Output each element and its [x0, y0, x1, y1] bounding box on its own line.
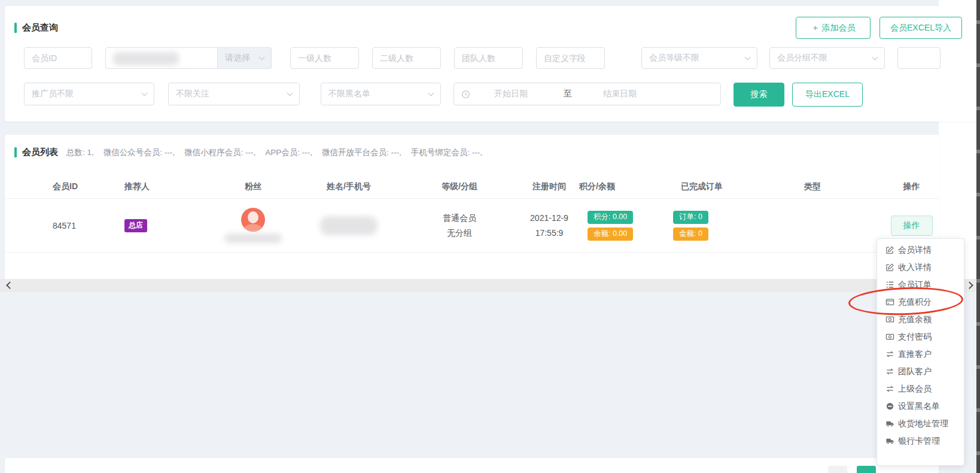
member-group-select[interactable]: 会员分组不限	[769, 47, 885, 69]
edit-icon	[885, 263, 894, 272]
table-row: 84571 总店 普通会员 无分组 2021-12-9 17:55:9 积分: …	[5, 199, 939, 253]
keyword-type-select-value: 请选择	[225, 53, 250, 63]
window-edge-sliver	[976, 0, 980, 473]
header-completed-orders: 已完成订单	[657, 181, 741, 192]
header-level-group: 等级/分组	[400, 181, 519, 192]
promoter-select[interactable]: 推广员不限	[24, 83, 154, 105]
member-level-select[interactable]: 会员等级不限	[641, 47, 757, 69]
member-list-card: 会员列表 总数: 1, 微信公众号会员: ---, 微信小程序会员: ---, …	[5, 135, 939, 280]
cell-member-id: 84571	[53, 199, 124, 252]
referrer-badge: 总店	[124, 219, 147, 232]
redacted-fan-name	[224, 234, 282, 243]
orders-badge: 订单: 0	[673, 211, 708, 224]
stat-open-platform: 微信开放平台会员: ---,	[322, 147, 401, 158]
chevron-down-icon	[872, 54, 878, 60]
chevron-down-icon	[259, 54, 265, 60]
chevron-down-icon	[142, 90, 148, 96]
section-accent-bar	[14, 23, 17, 33]
menu-item-bank-card[interactable]: 银行卡管理	[877, 432, 964, 450]
end-date-placeholder[interactable]: 结束日期	[603, 89, 637, 99]
search-button[interactable]: 搜索	[734, 83, 784, 107]
header-reg-time: 注册时间	[519, 181, 579, 192]
export-excel-button[interactable]: 导出EXCEL	[792, 83, 863, 107]
horizontal-scrollbar[interactable]	[0, 279, 976, 292]
menu-item-set-blacklist[interactable]: 设置黑名单	[877, 398, 964, 415]
follow-select[interactable]: 不限关注	[168, 83, 300, 105]
pagination-button-green[interactable]	[857, 466, 876, 473]
menu-item-team-customers[interactable]: 团队客户	[877, 363, 964, 380]
list-section-header: 会员列表	[14, 147, 58, 158]
menu-item-shipping-address[interactable]: 收货地址管理	[877, 415, 964, 432]
truck-icon	[885, 419, 894, 428]
list-section-title: 会员列表	[22, 147, 58, 158]
chevron-down-icon	[428, 90, 434, 96]
money-icon	[885, 315, 894, 324]
card-icon	[885, 298, 894, 307]
keyword-type-select[interactable]: 请选择	[218, 47, 272, 69]
date-range-picker[interactable]: 开始日期 至 结束日期	[454, 83, 721, 105]
stat-app: APP会员: ---,	[265, 147, 312, 158]
stat-phone-bound: 手机号绑定会员: ---,	[411, 147, 482, 158]
section-accent-bar	[14, 147, 17, 157]
menu-item-payment-password[interactable]: 支付密码	[877, 328, 964, 345]
menu-item-income-detail[interactable]: 收入详情	[877, 259, 964, 276]
clock-icon	[461, 90, 470, 99]
redacted-name-phone	[320, 216, 378, 235]
level1-count-input[interactable]	[290, 47, 359, 69]
follow-select-value: 不限关注	[176, 89, 209, 99]
menu-item-direct-customers[interactable]: 直推客户	[877, 345, 964, 363]
header-actions: 操作	[884, 181, 939, 192]
cell-reg-time: 17:55:9	[535, 226, 564, 241]
avatar	[241, 208, 265, 232]
add-member-button[interactable]: ＋ 添加会员	[796, 17, 871, 39]
chevron-down-icon	[287, 90, 293, 96]
points-badge: 积分: 0.00	[588, 211, 633, 224]
pagination-button-gray[interactable]	[828, 466, 847, 473]
query-section-title: 会员查询	[22, 22, 58, 34]
scroll-left-icon[interactable]	[6, 281, 14, 289]
list-icon	[885, 280, 894, 289]
date-separator: 至	[564, 89, 572, 99]
menu-item-member-orders[interactable]: 会员订单	[877, 276, 964, 293]
swap-icon	[885, 367, 894, 376]
stat-total: 总数: 1,	[66, 147, 94, 158]
redacted-keyword-value	[113, 52, 179, 65]
row-actions-menu: 会员详情 收入详情 会员订单 充值积分 充值余额 支付密码 直推客户 团队客户 …	[876, 238, 964, 466]
start-date-placeholder[interactable]: 开始日期	[494, 89, 528, 99]
promoter-select-value: 推广员不限	[32, 89, 74, 99]
menu-item-member-detail[interactable]: 会员详情	[877, 241, 964, 259]
query-section-header: 会员查询	[14, 22, 58, 34]
extra-filter-input[interactable]	[897, 47, 941, 69]
cell-level: 普通会员	[443, 211, 476, 226]
member-id-input[interactable]	[24, 47, 92, 69]
header-referrer: 推荐人	[124, 181, 208, 192]
custom-field-input[interactable]	[536, 47, 605, 69]
menu-item-recharge-balance[interactable]: 充值余额	[877, 311, 964, 328]
block-icon	[885, 402, 894, 411]
member-level-select-value: 会员等级不限	[649, 53, 699, 63]
menu-item-recharge-points[interactable]: 充值积分	[877, 293, 964, 311]
chevron-down-icon	[745, 54, 751, 60]
level2-count-input[interactable]	[372, 47, 441, 69]
scroll-right-icon[interactable]	[966, 281, 973, 289]
bottom-card	[5, 458, 939, 473]
menu-item-parent-member[interactable]: 上级会员	[877, 380, 964, 398]
stat-wechat-official: 微信公众号会员: ---,	[104, 147, 175, 158]
header-type: 类型	[741, 181, 884, 192]
header-name-phone: 姓名/手机号	[298, 181, 400, 192]
excel-import-button[interactable]: 会员EXCEL导入	[879, 17, 962, 39]
member-group-select-value: 会员分组不限	[777, 53, 827, 63]
stat-mini-program: 微信小程序会员: ---,	[184, 147, 255, 158]
keyword-input[interactable]	[105, 47, 218, 69]
swap-icon	[885, 384, 894, 393]
keyword-with-addon: 请选择	[105, 47, 272, 69]
header-points-balance: 积分/余额	[579, 181, 657, 192]
member-query-card: 会员查询 ＋ 添加会员 会员EXCEL导入 请选择 会员等级不限 会员分组不限	[5, 6, 975, 122]
header-member-id: 会员ID	[53, 181, 124, 192]
row-actions-button[interactable]: 操作	[891, 216, 933, 236]
table-header-row: 会员ID 推荐人 粉丝 姓名/手机号 等级/分组 注册时间 积分/余额 已完成订…	[5, 175, 939, 199]
balance-badge: 余额: 0.00	[588, 228, 633, 241]
blacklist-select[interactable]: 不限黑名单	[321, 83, 441, 105]
team-count-input[interactable]	[454, 47, 523, 69]
amount-badge: 金额: 0	[673, 228, 708, 241]
